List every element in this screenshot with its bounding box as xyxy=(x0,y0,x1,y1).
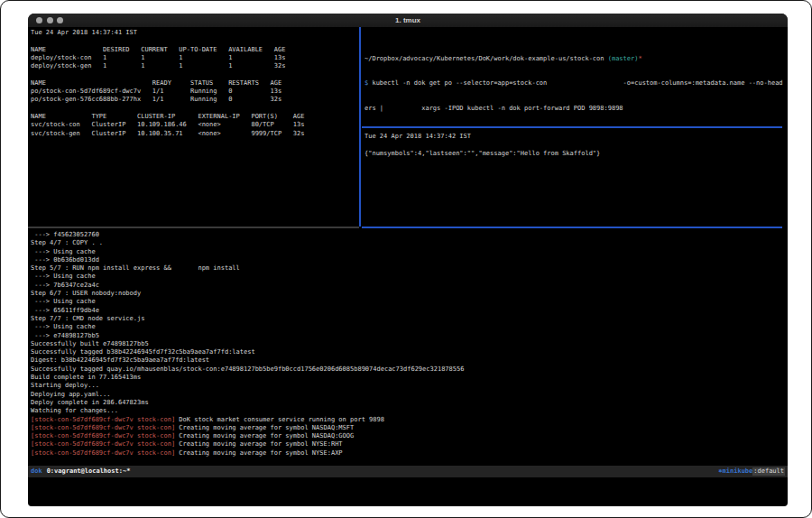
pod-log-prefix: [stock-con-5d7df689cf-dwc7v stock-con] xyxy=(31,440,175,448)
pod-log-prefix: [stock-con-5d7df689cf-dwc7v stock-con] xyxy=(31,432,175,439)
pod-log-line: [stock-con-5d7df689cf-dwc7v stock-con] C… xyxy=(31,424,788,432)
tmux-window-item[interactable]: 0:vagrant@localhost:~* xyxy=(47,467,131,476)
docker-build-output: ---> f45623052760 Step 4/7 : COPY . . --… xyxy=(31,231,788,416)
pod-log-prefix: [stock-con-5d7df689cf-dwc7v stock-con] xyxy=(31,424,175,431)
pane-port-forward[interactable]: ~/Dropbox/advocacy/Kubernetes/DoK/work/d… xyxy=(362,27,788,126)
pane-kubectl-watch[interactable]: Tue 24 Apr 2018 14:37:41 IST NAME DESIRE… xyxy=(28,27,359,227)
terminal-content: Tue 24 Apr 2018 14:37:41 IST NAME DESIRE… xyxy=(28,27,788,506)
tmux-session-name[interactable]: dok xyxy=(31,467,42,476)
kubectl-watch-output: Tue 24 Apr 2018 14:37:41 IST NAME DESIRE… xyxy=(31,29,359,138)
command-line-1: $ kubectl -n dok get po --selector=app=s… xyxy=(364,79,788,88)
pod-log-line: [stock-con-5d7df689cf-dwc7v stock-con] C… xyxy=(31,440,788,449)
terminal-window[interactable]: 1. tmux Tue 24 Apr 2018 14:37:41 IST NAM… xyxy=(28,14,788,506)
command-text-2: ers | xargs -IPOD kubectl -n dok port-fo… xyxy=(364,105,623,112)
command-text-1: kubectl -n dok get po --selector=app=sto… xyxy=(372,79,782,87)
window-title: 1. tmux xyxy=(28,16,788,24)
pane-divider-vertical[interactable] xyxy=(359,27,361,227)
git-branch: (master) xyxy=(608,55,639,62)
command-line-2: ers | xargs -IPOD kubectl -n dok port-fo… xyxy=(364,105,788,113)
screenshot-frame: 1. tmux Tue 24 Apr 2018 14:37:41 IST NAM… xyxy=(0,0,812,518)
pod-log-line: [stock-con-5d7df689cf-dwc7v stock-con] C… xyxy=(31,432,788,440)
prompt-line: ~/Dropbox/advocacy/Kubernetes/DoK/work/d… xyxy=(364,55,788,63)
kube-namespace: :default xyxy=(752,467,785,476)
pane-curl-response[interactable]: Tue 24 Apr 2018 14:37:42 IST {"numsymbol… xyxy=(362,128,788,227)
tmux-status-bar: dok 0:vagrant@localhost:~* ⎈ minikube :d… xyxy=(28,466,788,477)
cwd-path: ~/Dropbox/advocacy/Kubernetes/DoK/work/d… xyxy=(364,55,608,62)
pod-log-prefix: [stock-con-5d7df689cf-dwc7v stock-con] xyxy=(31,449,175,457)
curl-response-output: Tue 24 Apr 2018 14:37:42 IST {"numsymbol… xyxy=(364,133,788,158)
pod-log-line: [stock-con-5d7df689cf-dwc7v stock-con] C… xyxy=(31,449,788,458)
tmux-status-right: ⎈ minikube :default xyxy=(718,467,785,476)
window-titlebar[interactable]: 1. tmux xyxy=(28,14,788,28)
git-dirty-flag: * xyxy=(638,55,641,62)
kube-context: minikube xyxy=(723,467,753,476)
pod-log-line: [stock-con-5d7df689cf-dwc7v stock-con] D… xyxy=(31,416,788,424)
pane-skaffold-log[interactable]: ---> f45623052760 Step 4/7 : COPY . . --… xyxy=(28,228,788,466)
pod-log-prefix: [stock-con-5d7df689cf-dwc7v stock-con] xyxy=(31,416,175,423)
